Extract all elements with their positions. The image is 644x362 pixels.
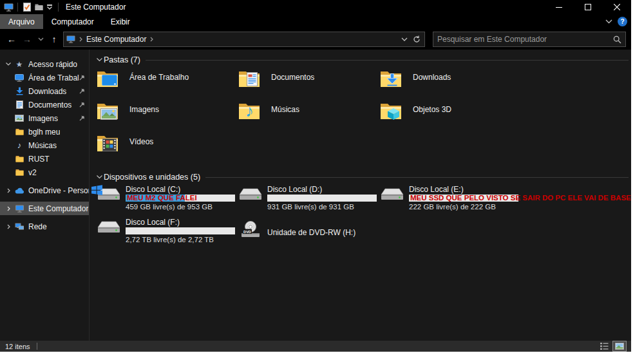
capacity-bar: MEU M2 QUE FALEI <box>126 195 235 202</box>
download-icon <box>14 87 24 95</box>
properties-button[interactable] <box>21 1 33 13</box>
group-header-dispositivos[interactable]: Dispositivos e unidades (5) <box>95 171 629 184</box>
breadcrumb-chevron-icon[interactable] <box>150 37 153 42</box>
ribbon-expand-chevron-icon[interactable] <box>605 19 612 24</box>
drive-icon <box>238 185 267 214</box>
sidebar-item-onedrive[interactable]: OneDrive - Personal <box>0 184 89 197</box>
drive-icon <box>96 218 126 247</box>
drive-tile-h-dvd[interactable]: DVD Unidade de DVD-RW (H:) <box>238 218 379 247</box>
refresh-icon[interactable] <box>413 35 421 43</box>
search-icon[interactable] <box>613 35 621 44</box>
forward-button[interactable]: → <box>21 32 33 46</box>
drive-tile-d[interactable]: Disco Local (D:) 931 GB livre(s) de 931 … <box>238 185 379 214</box>
title-bar: Este Computador <box>0 0 631 14</box>
up-button[interactable]: ↑ <box>48 32 61 46</box>
chevron-right-icon[interactable] <box>5 188 12 193</box>
this-pc-icon <box>3 1 14 13</box>
sidebar-item-este-computador[interactable]: Este Computador <box>0 202 89 215</box>
chevron-down-icon[interactable] <box>95 58 104 62</box>
titlebar-separator <box>17 3 18 12</box>
navigation-bar: ← → ↑ Este Computador <box>0 29 631 50</box>
network-icon <box>14 223 24 231</box>
drive-tile-f[interactable]: Disco Local (F:) 2,72 TB livre(s) de 2,7… <box>96 218 238 247</box>
folder-tile-downloads[interactable]: Downloads <box>379 68 521 99</box>
breadcrumb-item[interactable]: Este Computador <box>86 35 146 44</box>
folder-icon <box>14 169 24 176</box>
new-folder-button[interactable] <box>33 1 44 13</box>
chevron-right-icon[interactable] <box>5 224 12 229</box>
folder-documents-icon <box>238 69 266 88</box>
maximize-button[interactable] <box>573 0 602 14</box>
sidebar-item-rede[interactable]: Rede <box>0 220 89 233</box>
folder-videos-icon <box>96 133 124 153</box>
address-bar[interactable]: Este Computador <box>63 32 425 47</box>
folder-tile-imagens[interactable]: Imagens <box>96 100 238 131</box>
tab-exibir[interactable]: Exibir <box>102 14 138 29</box>
capacity-bar <box>126 227 235 234</box>
folder-downloads-icon <box>379 69 408 88</box>
address-dropdown-chevron-icon[interactable] <box>401 37 408 41</box>
drives-grid: Disco Local (C:) MEU M2 QUE FALEI 459 GB… <box>96 185 547 251</box>
sidebar-item-documentos[interactable]: Documentos <box>0 98 89 111</box>
breadcrumb-chevron-icon <box>79 37 82 42</box>
drive-tile-e[interactable]: Disco Local (E:) MEU SSD QUE PELO VISTO … <box>379 185 521 214</box>
items-count: 12 itens <box>5 343 30 350</box>
sidebar-item-downloads[interactable]: Downloads <box>0 84 89 98</box>
group-title: Dispositivos e unidades (5) <box>104 173 200 182</box>
file-list-area: Pastas (7) Área de Trabalho <box>90 50 631 341</box>
folder-icon <box>14 128 24 135</box>
folder-tile-area-de-trabalho[interactable]: Área de Trabalho <box>96 68 238 99</box>
status-separator <box>37 343 37 350</box>
svg-text:DVD: DVD <box>243 230 251 234</box>
explorer-window: Este Computador Arquivo Computador Exibi… <box>0 0 631 352</box>
folder-tile-documentos[interactable]: Documentos <box>238 68 379 99</box>
recent-locations-chevron-icon[interactable] <box>36 32 45 46</box>
quick-access-star-icon: ★ <box>14 60 24 69</box>
chevron-down-icon[interactable] <box>5 62 12 66</box>
chevron-right-icon[interactable] <box>5 206 12 211</box>
search-input[interactable] <box>437 35 613 44</box>
sidebar-item-area-de-trabalho[interactable]: Área de Trabalho <box>0 71 89 84</box>
this-pc-icon <box>14 205 24 213</box>
tab-arquivo[interactable]: Arquivo <box>0 14 43 29</box>
qat-customize-button[interactable] <box>44 1 55 13</box>
close-button[interactable] <box>602 0 631 14</box>
image-icon <box>14 115 24 122</box>
sidebar-item-rust[interactable]: RUST <box>0 152 89 166</box>
capacity-bar: MEU SSD QUE PELO VISTO SE SAIR DO PC ELE… <box>409 195 518 202</box>
dvd-drive-icon: DVD <box>238 218 267 247</box>
pin-icon <box>79 115 85 121</box>
this-pc-icon <box>66 35 75 43</box>
status-bar: 12 itens <box>0 341 631 352</box>
titlebar-separator <box>58 3 59 12</box>
ribbon-tabs: Arquivo Computador Exibir ? <box>0 14 631 29</box>
document-icon <box>14 100 24 109</box>
folder-music-icon: ♪ <box>238 101 266 120</box>
group-divider <box>205 177 629 178</box>
drive-custom-label: MEU SSD QUE PELO VISTO SE SAIR DO PC ELE… <box>410 194 631 202</box>
folder-tile-musicas[interactable]: ♪ Músicas <box>238 100 379 131</box>
minimize-button[interactable] <box>544 0 573 14</box>
group-header-pastas[interactable]: Pastas (7) <box>95 53 629 66</box>
drive-custom-label: MEU M2 QUE FALEI <box>127 194 197 202</box>
back-button[interactable]: ← <box>5 32 18 46</box>
sidebar-item-v2[interactable]: v2 <box>0 166 89 179</box>
folder-pictures-icon <box>96 101 124 120</box>
capacity-bar <box>267 195 377 202</box>
folder-3d-objects-icon <box>379 101 408 120</box>
drive-tile-c[interactable]: Disco Local (C:) MEU M2 QUE FALEI 459 GB… <box>96 185 238 214</box>
sidebar-item-musicas[interactable]: ♪ Músicas <box>0 138 89 152</box>
folder-tile-objetos-3d[interactable]: Objetos 3D <box>379 100 521 131</box>
sidebar-item-bglh-meu[interactable]: bglh meu <box>0 125 89 138</box>
sidebar-item-acesso-rapido[interactable]: ★ Acesso rápido <box>0 57 89 71</box>
thumbnail-view-button[interactable] <box>613 341 626 351</box>
search-box[interactable] <box>433 32 626 47</box>
folder-icon <box>14 155 24 162</box>
chevron-down-icon[interactable] <box>95 175 104 179</box>
help-icon[interactable]: ? <box>618 17 627 26</box>
tab-computador[interactable]: Computador <box>43 14 102 29</box>
folder-tile-videos[interactable]: Vídeos <box>96 132 238 164</box>
music-note-icon: ♪ <box>14 140 24 150</box>
details-view-button[interactable] <box>598 341 611 351</box>
sidebar-item-imagens[interactable]: Imagens <box>0 111 89 125</box>
